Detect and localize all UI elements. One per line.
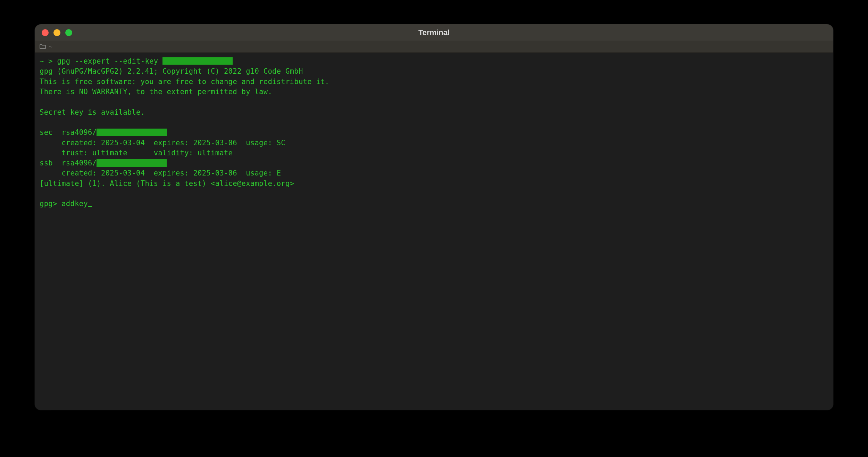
command-text: gpg --expert --edit-key (57, 57, 162, 65)
gpg-prompt-line: gpg> addkey (40, 199, 828, 209)
fullscreen-button[interactable] (65, 29, 72, 36)
tab-bar: ~ (35, 41, 833, 53)
output-line (40, 97, 828, 107)
output-line: There is NO WARRANTY, to the extent perm… (40, 87, 828, 97)
output-line: sec rsa4096/ (40, 128, 828, 138)
terminal-output[interactable]: ~ > gpg --expert --edit-key gpg (GnuPG/M… (35, 53, 833, 410)
cursor (88, 206, 92, 207)
output-line: ssb rsa4096/ (40, 158, 828, 168)
output-line: [ultimate] (1). Alice (This is a test) <… (40, 179, 828, 189)
output-line: gpg (GnuPG/MacGPG2) 2.2.41; Copyright (C… (40, 66, 828, 76)
output-line: trust: ultimate validity: ultimate (40, 148, 828, 158)
redacted-key-id (162, 57, 233, 65)
tab-label[interactable]: ~ (49, 43, 52, 50)
sec-key-prefix: sec rsa4096/ (40, 128, 97, 137)
terminal-window: Terminal ~ ~ > gpg --expert --edit-key g… (35, 24, 833, 410)
close-button[interactable] (42, 29, 49, 36)
ssb-key-prefix: ssb rsa4096/ (40, 159, 97, 167)
output-line: Secret key is available. (40, 107, 828, 117)
output-line: created: 2025-03-04 expires: 2025-03-06 … (40, 138, 828, 148)
shell-prompt: ~ > (40, 57, 57, 65)
redacted-fingerprint (97, 159, 166, 167)
traffic-lights (42, 29, 72, 36)
folder-icon (40, 44, 46, 50)
redacted-fingerprint (97, 129, 167, 136)
window-title: Terminal (418, 28, 450, 37)
gpg-input[interactable]: addkey (61, 199, 88, 208)
output-line: created: 2025-03-04 expires: 2025-03-06 … (40, 168, 828, 178)
command-line: ~ > gpg --expert --edit-key (40, 56, 828, 66)
gpg-prompt: gpg> (40, 199, 61, 208)
titlebar[interactable]: Terminal (35, 24, 833, 41)
minimize-button[interactable] (53, 29, 60, 36)
output-line (40, 117, 828, 128)
output-line (40, 189, 828, 199)
output-line: This is free software: you are free to c… (40, 77, 828, 87)
